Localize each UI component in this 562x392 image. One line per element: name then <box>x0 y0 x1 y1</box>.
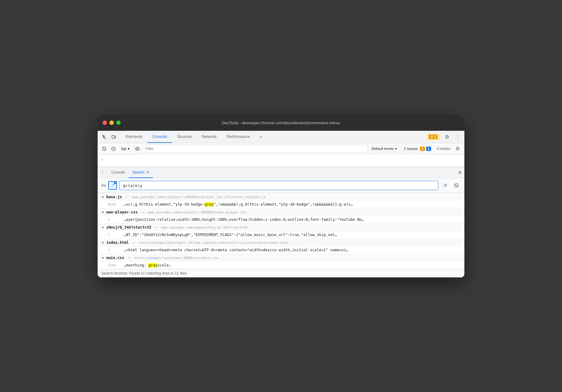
default-levels-dropdown[interactable]: Default levels ▾ <box>369 146 400 152</box>
context-selector[interactable]: top ▾ <box>119 146 132 152</box>
tab-more[interactable]: » <box>255 131 267 143</box>
search-tab-close[interactable]: ✕ <box>146 171 149 174</box>
settings-button[interactable]: ⚙ <box>443 133 451 141</box>
file-url: www.youtube.com/s/player/c403842a/www-pl… <box>148 210 246 214</box>
status-text: Search finished. Found 11 matching lines… <box>101 271 188 276</box>
file-name: base.js <box>106 195 122 199</box>
panel-menu-icon[interactable]: ⋮ <box>100 170 105 175</box>
line-content: …=c);g.O(this.element,"ytp-3d-badge-grey… <box>124 202 353 207</box>
svg-line-3 <box>103 148 105 150</box>
tab-elements[interactable]: Elements <box>121 131 147 143</box>
file-name: index.html <box>106 240 129 245</box>
maximize-button[interactable] <box>116 121 121 125</box>
panel-header: ⋮ Console Search ✕ ✕ <box>98 167 464 178</box>
result-group-main-css: ▼ main.css — tests/changes/localhost:808… <box>98 254 464 269</box>
line-content: …NT_ID":"2OeQYs2rNcSnW8yxpLgD","EXPERIME… <box>124 233 337 237</box>
svg-point-7 <box>136 148 138 149</box>
collapse-triangle: ▼ <box>101 256 104 260</box>
tab-network[interactable]: Network <box>197 131 222 143</box>
result-group-index-html: ▼ index.html — tests/changes/developer.c… <box>98 239 464 254</box>
minimize-button[interactable] <box>109 121 114 125</box>
search-input[interactable] <box>119 181 438 190</box>
issues-count-display[interactable]: 2 Issues: 1 1 <box>401 146 434 152</box>
panel-close-button[interactable]: ✕ <box>458 170 462 175</box>
result-line[interactable]: 7249 …moothing: grayscale; <box>98 262 464 269</box>
result-line[interactable]: 7 …NT_ID":"2OeQYs2rNcSnW8yxpLgD","EXPERI… <box>98 231 464 238</box>
prompt-arrow[interactable]: › <box>101 157 103 162</box>
device-toolbar-icon[interactable] <box>109 133 118 141</box>
devtools-window: DevTools - developer.chrome.com/docs/dev… <box>98 115 464 277</box>
collapse-triangle: ▼ <box>101 211 104 214</box>
file-name: main.css <box>106 256 124 260</box>
more-options-button[interactable]: ⋮ <box>454 134 462 140</box>
devtools-toolbar: Elements Console Sources Network Perform… <box>98 131 464 143</box>
line-content: …ayer{position:relative;width:100%;heigh… <box>124 217 364 222</box>
eye-button[interactable] <box>133 145 141 153</box>
result-file-header-www-player[interactable]: ▼ www-player.css — www.youtube.com/s/pla… <box>98 208 464 216</box>
svg-rect-1 <box>114 136 116 138</box>
devtools-tabs: Elements Console Sources Network Perform… <box>121 131 426 143</box>
line-number: 8635 <box>108 203 120 207</box>
collapse-triangle: ▼ <box>101 241 104 244</box>
window-title: DevTools - developer.chrome.com/docs/dev… <box>222 121 340 125</box>
console-content: › <box>98 154 464 167</box>
line-number: 1 <box>108 248 120 252</box>
info-count-badge: 1 <box>426 147 431 151</box>
regex-toggle-button[interactable]: .* ✦ <box>108 181 117 190</box>
result-file-header-xhusjrb[interactable]: ▼ xHusjrb_34A?start=33 — www.youtube.com… <box>98 223 464 231</box>
svg-point-6 <box>135 147 140 150</box>
result-group-www-player-css: ▼ www-player.css — www.youtube.com/s/pla… <box>98 208 464 223</box>
search-input-area: Aa .* ✦ ↺ <box>98 178 464 193</box>
tab-console[interactable]: Console <box>147 131 172 143</box>
file-name: xHusjrb_34A?start=33 <box>106 225 151 230</box>
line-number: 7 <box>108 233 120 237</box>
result-file-header-index-html[interactable]: ▼ index.html — tests/changes/developer.c… <box>98 239 464 247</box>
line-content: …<html lang=en><head><meta charset=UTF-8… <box>124 248 348 252</box>
console-settings-button[interactable]: ⚙ <box>453 144 462 153</box>
line-number: 7249 <box>108 263 120 267</box>
clear-console-button[interactable] <box>100 145 108 153</box>
file-url: tests/changes/localhost:8080/css/main.cs… <box>134 256 219 260</box>
file-url: www.youtube.com/s/player/c403842a/player… <box>132 195 265 199</box>
warn-badge: ⚠ 1 <box>429 134 438 139</box>
console-prompt-row: › <box>98 156 464 163</box>
tab-sources[interactable]: Sources <box>172 131 197 143</box>
svg-rect-0 <box>112 135 114 139</box>
result-group-xhusjrb: ▼ xHusjrb_34A?start=33 — www.youtube.com… <box>98 223 464 239</box>
console-toolbar: top ▾ Default levels ▾ 2 Issues: 1 1 4 h… <box>98 143 464 154</box>
svg-line-9 <box>455 184 458 187</box>
block-icon-button[interactable] <box>109 145 117 153</box>
regex-icon: .* <box>112 184 114 187</box>
file-name: www-player.css <box>106 210 138 214</box>
result-line[interactable]: 1 …ayer{position:relative;width:100%;hei… <box>98 216 464 223</box>
hidden-count: 4 hidden <box>435 147 452 151</box>
close-button[interactable] <box>103 121 107 125</box>
panel-tabs: Console Search ✕ <box>108 167 153 178</box>
issues-badge[interactable]: ⚠ 1 <box>426 134 440 140</box>
line-content: …moothing: grayscale; <box>124 263 171 267</box>
inspector-icon[interactable] <box>100 133 109 141</box>
case-sensitive-toggle[interactable]: Aa <box>101 183 106 188</box>
file-url: www.youtube.com/embed/xHusjrb_34A?start=… <box>161 226 247 230</box>
traffic-lights <box>103 121 121 125</box>
tab-console-panel[interactable]: Console <box>108 167 129 178</box>
title-bar: DevTools - developer.chrome.com/docs/dev… <box>98 115 464 131</box>
toolbar-icons <box>100 133 118 141</box>
result-file-header-base-js[interactable]: ▼ base.js — www.youtube.com/s/player/c40… <box>98 193 464 201</box>
tab-search-panel[interactable]: Search ✕ <box>129 167 153 178</box>
warn-count-badge: 1 <box>420 147 425 151</box>
cancel-search-button[interactable] <box>452 181 461 190</box>
line-number: 1 <box>108 218 120 222</box>
filter-input[interactable] <box>143 145 367 153</box>
result-group-base-js: ▼ base.js — www.youtube.com/s/player/c40… <box>98 193 464 208</box>
file-url: tests/changes/developer.chrome.com/docs/… <box>139 241 289 245</box>
collapse-triangle: ▼ <box>101 226 104 229</box>
result-file-header-main-css[interactable]: ▼ main.css — tests/changes/localhost:808… <box>98 254 464 262</box>
refresh-search-button[interactable]: ↺ <box>441 181 449 190</box>
search-results: ▼ base.js — www.youtube.com/s/player/c40… <box>98 193 464 269</box>
tab-performance[interactable]: Performance <box>222 131 255 143</box>
result-line[interactable]: 8635 …=c);g.O(this.element,"ytp-3d-badge… <box>98 201 464 208</box>
toolbar-right: ⚠ 1 ⚙ ⋮ <box>426 133 462 141</box>
search-panel: ⋮ Console Search ✕ ✕ Aa .* ✦ ↺ <box>98 167 464 277</box>
result-line[interactable]: 1 …<html lang=en><head><meta charset=UTF… <box>98 247 464 253</box>
